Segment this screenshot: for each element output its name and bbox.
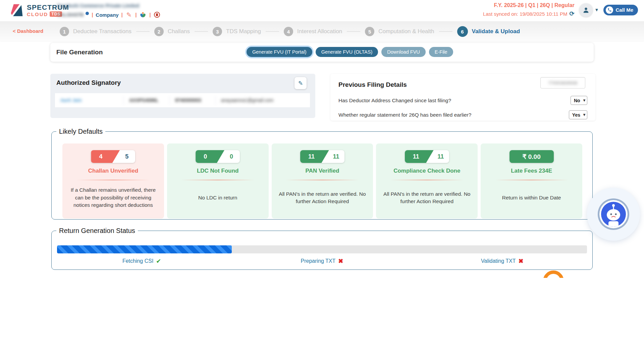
return-generation-status-section: Return Generation Status Fetching CSI ✔ … — [51, 227, 593, 270]
step-connector — [347, 31, 360, 32]
step-connector — [195, 31, 208, 32]
step-challans[interactable]: 2 Challans — [154, 27, 190, 36]
cross-icon: ✖ — [338, 257, 343, 265]
chatbot-widget[interactable] — [587, 188, 640, 241]
status-fetching-csi: Fetching CSI ✔ — [52, 257, 232, 265]
address-changed-question: Has Deductor Address Changed since last … — [338, 98, 451, 104]
file-generation-panel: File Generation Generate FVU (IT Portal)… — [50, 43, 594, 62]
regular-statement-question: Whether regular statement for 26Q has be… — [338, 112, 471, 118]
count-badge: 11 11 — [405, 150, 449, 163]
avatar[interactable] — [579, 3, 593, 17]
app-header: SPECTRUM CLOUD TDS Swadeshi Commerce Pri… — [0, 0, 644, 21]
edit-signatory-button[interactable]: ✎ — [294, 77, 307, 89]
back-to-dashboard-link[interactable]: < Dashboard — [13, 28, 43, 34]
address-changed-select[interactable]: No ▾ — [571, 96, 587, 105]
card-late-fees: ₹ 0.00 Late Fees 234E Return is within D… — [481, 143, 582, 219]
count-badge: 0 0 — [196, 150, 240, 163]
step-connector — [266, 31, 279, 32]
count-badge: 11 11 — [300, 150, 344, 163]
filing-context: F.Y. 2025-26 | Q1 | 26Q | Regular — [483, 2, 575, 8]
card-challan-unverified: 4 5 Challan Unverified If a Challan rema… — [62, 143, 164, 219]
authorized-signatory-panel: Authorized Signatory ✎ Aarti Jain AXXPS4… — [50, 74, 315, 118]
company-name: Swadeshi Commerce Private Limited — [57, 3, 161, 8]
generate-fvu-it-portal-button[interactable]: Generate FVU (IT Portal) — [247, 47, 312, 57]
edit-company-icon[interactable]: ✎ — [125, 11, 133, 18]
download-fvu-button[interactable]: Download FVU — [381, 47, 426, 57]
progress-bar — [57, 245, 587, 253]
step-validate-upload[interactable]: 6 Validate & Upload — [457, 26, 520, 37]
call-me-button[interactable]: Call Me — [603, 5, 638, 15]
file-generation-title: File Generation — [56, 49, 103, 56]
authorized-signatory-title: Authorized Signatory — [56, 79, 121, 86]
company-tan: CALS0437B — [57, 12, 84, 17]
chevron-down-icon[interactable]: ▼ — [595, 7, 599, 12]
efile-button[interactable]: E-File — [429, 47, 453, 57]
previous-filing-panel: Previous Filing Details 770003635936 Has… — [330, 74, 595, 121]
progress-fill — [57, 245, 232, 253]
status-preparing-txt: Preparing TXT ✖ — [232, 257, 412, 265]
step-interest-allocation[interactable]: 4 Interest Allocation — [284, 27, 342, 36]
loading-spinner — [538, 269, 569, 278]
count-badge: 4 5 — [91, 150, 135, 163]
signatory-phone: 9740000003 — [170, 96, 216, 105]
step-connector — [439, 31, 452, 32]
signatory-email: anayaarora1@gmail.com — [216, 96, 310, 105]
regular-statement-select[interactable]: Yes ▾ — [569, 110, 587, 119]
card-pan-verified: 11 11 PAN Verified All PAN's in the retu… — [272, 143, 373, 219]
card-compliance-check: 11 11 Compliance Check Done All PAN's in… — [376, 143, 478, 219]
phone-icon — [606, 6, 613, 14]
receipt-number-input[interactable]: 770003635936 — [540, 77, 585, 88]
wizard-stepper: < Dashboard 1 Deductee Transactions 2 Ch… — [0, 21, 644, 41]
select-caret-icon: ▾ — [583, 112, 585, 117]
card-ldc-not-found: 0 0 LDC Not Found No LDC in return — [167, 143, 269, 219]
check-icon: ✔ — [156, 257, 161, 265]
previous-filing-title: Previous Filing Details — [338, 81, 407, 88]
company-type-label[interactable]: Company — [96, 12, 118, 18]
amount-badge: ₹ 0.00 — [509, 150, 554, 163]
return-status-title: Return Generation Status — [56, 227, 138, 235]
last-synced: Last synced on: 19/08/2025 10:11 PM — [483, 11, 568, 17]
person-icon — [582, 6, 590, 14]
signatory-pan: AXXPS4086L — [124, 96, 170, 105]
select-caret-icon: ▾ — [583, 98, 585, 103]
step-deductee-transactions[interactable]: 1 Deductee Transactions — [60, 27, 131, 36]
step-tds-mapping[interactable]: 3 TDS Mapping — [213, 27, 261, 36]
cross-icon: ✖ — [519, 257, 524, 265]
step-computation-health[interactable]: 5 Computation & Health — [365, 27, 434, 36]
brand-sub: CLOUD — [27, 11, 48, 17]
step-connector — [136, 31, 150, 32]
spectrum-logo-icon — [9, 3, 24, 17]
tan-info-badge[interactable] — [86, 12, 89, 15]
generate-fvu-oltas-button[interactable]: Generate FVU (OLTAS) — [316, 47, 378, 57]
likely-defaults-section: Likely Defaults 4 5 Challan Unverified I… — [51, 128, 593, 220]
efiling-portal-icon[interactable] — [139, 11, 147, 18]
likely-defaults-title: Likely Defaults — [56, 128, 105, 135]
chatbot-robot-icon — [601, 202, 626, 227]
signatory-name[interactable]: Aarti Jain — [55, 96, 124, 105]
traces-emblem-icon[interactable] — [153, 11, 161, 18]
signatory-row: Aarti Jain AXXPS4086L 9740000003 anayaar… — [55, 93, 310, 107]
user-menu[interactable]: ▼ — [579, 3, 599, 17]
refresh-icon[interactable]: ⟳ — [570, 10, 575, 17]
status-validating-txt: Validating TXT ✖ — [412, 257, 592, 265]
